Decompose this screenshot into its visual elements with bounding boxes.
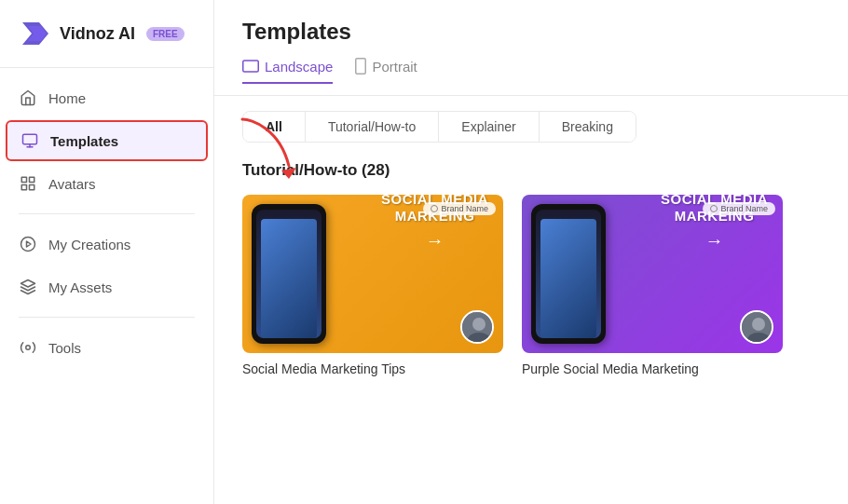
card-1-arrow: → <box>381 230 488 252</box>
brand-badge-icon <box>431 205 438 212</box>
card-1-brand-badge: Brand Name <box>423 202 496 215</box>
sidebar-item-home-label: Home <box>48 90 86 106</box>
section-header-area: Tutorial/How-to (28) <box>242 161 820 180</box>
card-1-bg: SOCIAL MEDIA MARKEING → <box>242 195 503 353</box>
templates-icon <box>21 131 39 150</box>
svg-rect-2 <box>23 134 37 144</box>
portrait-icon <box>355 58 366 75</box>
page-title: Templates <box>242 19 820 45</box>
sidebar-nav: Home Templates Avatars My Creations <box>0 68 213 377</box>
card-1-title: Social Media Marketing Tips <box>242 361 405 376</box>
main-body: All Tutorial/How-to Explainer Breaking T… <box>214 96 848 504</box>
landscape-tab[interactable]: Landscape <box>242 59 333 84</box>
card-1-avatar <box>460 310 494 344</box>
card-2-thumb: SOCIAL MEDIA MARKEING → <box>522 195 783 353</box>
sidebar-item-my-assets[interactable]: My Assets <box>0 266 213 307</box>
svg-rect-7 <box>30 185 34 190</box>
card-2-phone-screen <box>536 210 601 338</box>
home-icon <box>19 89 37 107</box>
landscape-icon <box>242 60 259 73</box>
svg-marker-10 <box>27 241 32 247</box>
orientation-tabs: Landscape Portrait <box>242 58 820 84</box>
card-2-bg: SOCIAL MEDIA MARKEING → <box>522 195 783 353</box>
sidebar-item-tools-label: Tools <box>48 340 81 356</box>
card-2-brand-badge: Brand Name <box>703 202 775 215</box>
sidebar-item-tools[interactable]: Tools <box>0 327 213 368</box>
cards-grid: SOCIAL MEDIA MARKEING → <box>242 195 820 377</box>
category-tabs: All Tutorial/How-to Explainer Breaking <box>242 111 636 143</box>
template-card-2[interactable]: SOCIAL MEDIA MARKEING → <box>522 195 783 377</box>
sidebar-item-my-creations[interactable]: My Creations <box>0 224 213 265</box>
cat-tab-explainer[interactable]: Explainer <box>439 112 539 142</box>
svg-point-21 <box>752 318 765 331</box>
brand-badge-2-icon <box>710 205 718 212</box>
svg-rect-13 <box>243 61 259 72</box>
my-creations-icon <box>19 235 37 253</box>
portrait-tab-label: Portrait <box>372 59 417 75</box>
nav-divider <box>19 213 195 214</box>
svg-point-23 <box>711 206 718 212</box>
card-1-brand-label: Brand Name <box>441 204 488 213</box>
card-2-arrow: → <box>661 230 768 252</box>
tools-icon <box>19 338 37 357</box>
card-2-avatar <box>740 310 773 344</box>
main-header: Templates Landscape Portrait <box>214 0 848 96</box>
sidebar: Vidnoz AI FREE Home Templates Avatars <box>0 0 214 504</box>
template-card-1[interactable]: SOCIAL MEDIA MARKEING → <box>242 195 503 377</box>
sidebar-item-templates[interactable]: Templates <box>6 120 208 161</box>
avatars-icon <box>19 174 37 193</box>
svg-rect-14 <box>356 59 366 75</box>
card-2-avatar-img <box>742 312 773 344</box>
logo-text: Vidnoz AI <box>60 24 135 44</box>
cat-tab-breaking[interactable]: Breaking <box>540 112 636 142</box>
card-2-title: Purple Social Media Marketing <box>522 361 699 376</box>
nav-divider-2 <box>19 317 195 318</box>
landscape-tab-label: Landscape <box>265 59 333 75</box>
sidebar-item-avatars[interactable]: Avatars <box>0 163 213 204</box>
svg-point-19 <box>431 206 438 212</box>
svg-rect-8 <box>21 185 26 190</box>
svg-point-12 <box>26 346 31 350</box>
svg-marker-11 <box>21 280 35 288</box>
sidebar-item-my-creations-label: My Creations <box>48 237 130 252</box>
my-assets-icon <box>19 278 37 296</box>
sidebar-item-home[interactable]: Home <box>0 77 213 118</box>
svg-rect-5 <box>21 177 26 182</box>
card-1-phone <box>252 204 326 344</box>
svg-point-17 <box>472 318 486 331</box>
portrait-tab[interactable]: Portrait <box>355 58 417 84</box>
main-content: Templates Landscape Portrait All Tutoria… <box>214 0 848 504</box>
vidnoz-logo-icon <box>19 17 52 50</box>
card-1-phone-screen <box>256 210 321 338</box>
section-title: Tutorial/How-to (28) <box>242 161 820 180</box>
svg-rect-6 <box>30 177 34 182</box>
sidebar-item-templates-label: Templates <box>50 133 118 149</box>
card-2-phone <box>531 204 606 344</box>
sidebar-item-my-assets-label: My Assets <box>48 279 112 295</box>
cat-tab-all[interactable]: All <box>243 112 306 142</box>
sidebar-item-avatars-label: Avatars <box>48 176 96 192</box>
card-2-brand-label: Brand Name <box>720 204 768 213</box>
card-1-avatar-img <box>462 312 494 344</box>
card-1-thumb: SOCIAL MEDIA MARKEING → <box>242 195 503 353</box>
cat-tab-tutorial[interactable]: Tutorial/How-to <box>306 112 439 142</box>
svg-point-9 <box>21 238 35 252</box>
logo-area: Vidnoz AI FREE <box>0 0 213 68</box>
free-badge: FREE <box>146 27 185 41</box>
